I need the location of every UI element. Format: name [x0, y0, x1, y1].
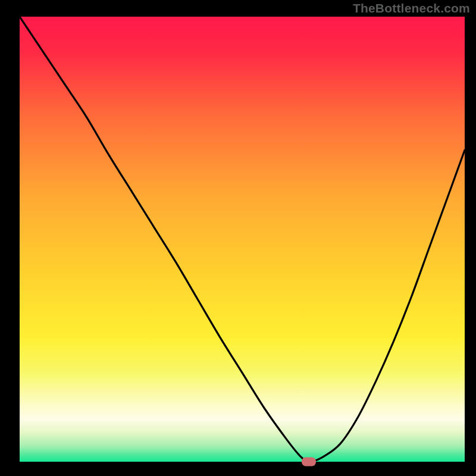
bottleneck-plot	[0, 0, 476, 476]
watermark-text: TheBottleneck.com	[353, 1, 470, 15]
chart-frame: TheBottleneck.com	[0, 0, 476, 476]
heat-background	[20, 17, 465, 462]
sweet-spot-marker	[302, 458, 316, 466]
